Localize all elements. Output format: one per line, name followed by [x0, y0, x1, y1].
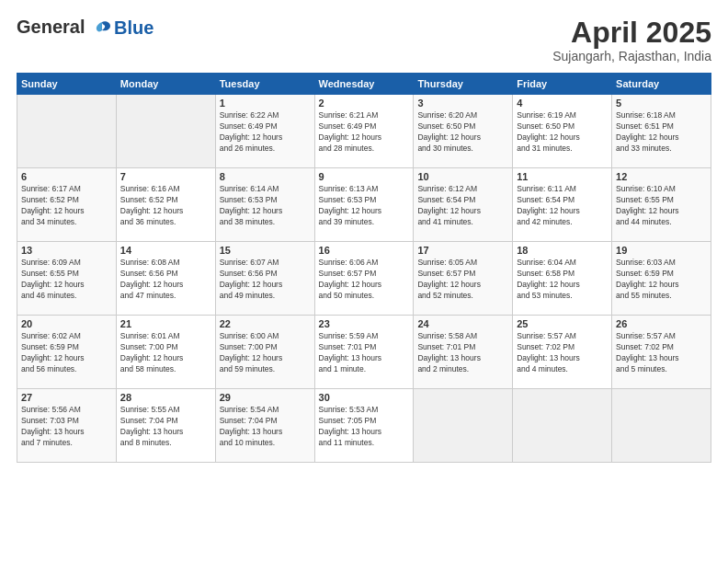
day-info: Sunrise: 6:11 AM Sunset: 6:54 PM Dayligh…	[517, 184, 608, 228]
calendar-cell	[17, 95, 117, 168]
day-number: 7	[120, 171, 211, 182]
day-number: 1	[220, 98, 311, 109]
day-info: Sunrise: 6:02 AM Sunset: 6:59 PM Dayligh…	[21, 331, 112, 375]
day-number: 4	[517, 98, 608, 109]
calendar-cell: 13Sunrise: 6:09 AM Sunset: 6:55 PM Dayli…	[17, 242, 117, 316]
calendar-cell: 2Sunrise: 6:21 AM Sunset: 6:49 PM Daylig…	[314, 95, 414, 168]
calendar-cell	[513, 389, 612, 463]
calendar-cell: 28Sunrise: 5:55 AM Sunset: 7:04 PM Dayli…	[116, 389, 215, 463]
calendar-cell: 12Sunrise: 6:10 AM Sunset: 6:55 PM Dayli…	[612, 168, 711, 242]
day-info: Sunrise: 5:58 AM Sunset: 7:01 PM Dayligh…	[417, 331, 508, 375]
day-info: Sunrise: 5:57 AM Sunset: 7:02 PM Dayligh…	[616, 331, 707, 375]
header-thursday: Thursday	[414, 74, 513, 95]
day-number: 24	[417, 318, 508, 329]
day-number: 26	[616, 318, 707, 329]
day-info: Sunrise: 6:17 AM Sunset: 6:52 PM Dayligh…	[21, 184, 112, 228]
day-info: Sunrise: 5:55 AM Sunset: 7:04 PM Dayligh…	[120, 405, 211, 449]
header-monday: Monday	[116, 74, 215, 95]
day-number: 3	[417, 98, 508, 109]
logo-bird-icon	[92, 18, 112, 39]
calendar-cell: 6Sunrise: 6:17 AM Sunset: 6:52 PM Daylig…	[17, 168, 117, 242]
calendar-table: Sunday Monday Tuesday Wednesday Thursday…	[17, 73, 711, 463]
title-block: April 2025 Sujangarh, Rajasthan, India	[552, 17, 711, 63]
week-row-3: 13Sunrise: 6:09 AM Sunset: 6:55 PM Dayli…	[17, 242, 711, 316]
day-info: Sunrise: 6:08 AM Sunset: 6:56 PM Dayligh…	[120, 258, 211, 302]
day-number: 14	[120, 245, 211, 256]
day-info: Sunrise: 6:14 AM Sunset: 6:53 PM Dayligh…	[220, 184, 311, 228]
calendar-cell	[116, 95, 215, 168]
calendar-cell: 25Sunrise: 5:57 AM Sunset: 7:02 PM Dayli…	[513, 316, 612, 389]
day-number: 9	[319, 171, 410, 182]
calendar-location: Sujangarh, Rajasthan, India	[552, 49, 711, 63]
calendar-cell: 27Sunrise: 5:56 AM Sunset: 7:03 PM Dayli…	[17, 389, 117, 463]
calendar-cell: 17Sunrise: 6:05 AM Sunset: 6:57 PM Dayli…	[414, 242, 513, 316]
calendar-cell: 20Sunrise: 6:02 AM Sunset: 6:59 PM Dayli…	[17, 316, 117, 389]
day-number: 5	[616, 98, 707, 109]
calendar-cell: 19Sunrise: 6:03 AM Sunset: 6:59 PM Dayli…	[612, 242, 711, 316]
calendar-cell: 26Sunrise: 5:57 AM Sunset: 7:02 PM Dayli…	[612, 316, 711, 389]
calendar-cell: 15Sunrise: 6:07 AM Sunset: 6:56 PM Dayli…	[215, 242, 314, 316]
day-number: 10	[417, 171, 508, 182]
logo-text-general: General	[17, 17, 85, 37]
day-number: 11	[517, 171, 608, 182]
day-info: Sunrise: 6:10 AM Sunset: 6:55 PM Dayligh…	[616, 184, 707, 228]
header-friday: Friday	[513, 74, 612, 95]
day-info: Sunrise: 6:06 AM Sunset: 6:57 PM Dayligh…	[319, 258, 410, 302]
calendar-cell: 11Sunrise: 6:11 AM Sunset: 6:54 PM Dayli…	[513, 168, 612, 242]
calendar-cell: 23Sunrise: 5:59 AM Sunset: 7:01 PM Dayli…	[314, 316, 414, 389]
day-number: 18	[517, 245, 608, 256]
day-number: 17	[417, 245, 508, 256]
calendar-cell: 9Sunrise: 6:13 AM Sunset: 6:53 PM Daylig…	[314, 168, 414, 242]
calendar-cell: 16Sunrise: 6:06 AM Sunset: 6:57 PM Dayli…	[314, 242, 414, 316]
day-info: Sunrise: 6:05 AM Sunset: 6:57 PM Dayligh…	[417, 258, 508, 302]
day-info: Sunrise: 6:07 AM Sunset: 6:56 PM Dayligh…	[220, 258, 311, 302]
day-number: 20	[21, 318, 112, 329]
calendar-cell: 5Sunrise: 6:18 AM Sunset: 6:51 PM Daylig…	[612, 95, 711, 168]
day-number: 27	[21, 392, 112, 403]
day-number: 29	[220, 392, 311, 403]
day-info: Sunrise: 6:20 AM Sunset: 6:50 PM Dayligh…	[417, 110, 508, 155]
day-number: 2	[319, 98, 410, 109]
day-info: Sunrise: 6:12 AM Sunset: 6:54 PM Dayligh…	[417, 184, 508, 228]
day-number: 21	[120, 318, 211, 329]
header-tuesday: Tuesday	[215, 74, 314, 95]
calendar-cell: 18Sunrise: 6:04 AM Sunset: 6:58 PM Dayli…	[513, 242, 612, 316]
calendar-cell: 7Sunrise: 6:16 AM Sunset: 6:52 PM Daylig…	[116, 168, 215, 242]
weekday-header-row: Sunday Monday Tuesday Wednesday Thursday…	[17, 74, 711, 95]
day-number: 12	[616, 171, 707, 182]
day-number: 15	[220, 245, 311, 256]
logo-text-blue: Blue	[114, 17, 154, 38]
calendar-cell: 4Sunrise: 6:19 AM Sunset: 6:50 PM Daylig…	[513, 95, 612, 168]
week-row-4: 20Sunrise: 6:02 AM Sunset: 6:59 PM Dayli…	[17, 316, 711, 389]
calendar-title: April 2025	[552, 17, 711, 49]
day-number: 19	[616, 245, 707, 256]
day-number: 16	[319, 245, 410, 256]
day-info: Sunrise: 5:59 AM Sunset: 7:01 PM Dayligh…	[319, 331, 410, 375]
day-info: Sunrise: 6:22 AM Sunset: 6:49 PM Dayligh…	[220, 110, 311, 155]
day-info: Sunrise: 5:53 AM Sunset: 7:05 PM Dayligh…	[319, 405, 410, 449]
day-info: Sunrise: 6:01 AM Sunset: 7:00 PM Dayligh…	[120, 331, 211, 375]
day-info: Sunrise: 6:18 AM Sunset: 6:51 PM Dayligh…	[616, 110, 707, 155]
day-number: 23	[319, 318, 410, 329]
calendar-cell: 22Sunrise: 6:00 AM Sunset: 7:00 PM Dayli…	[215, 316, 314, 389]
day-info: Sunrise: 5:56 AM Sunset: 7:03 PM Dayligh…	[21, 405, 112, 449]
day-number: 25	[517, 318, 608, 329]
calendar-cell: 8Sunrise: 6:14 AM Sunset: 6:53 PM Daylig…	[215, 168, 314, 242]
week-row-2: 6Sunrise: 6:17 AM Sunset: 6:52 PM Daylig…	[17, 168, 711, 242]
calendar-cell: 3Sunrise: 6:20 AM Sunset: 6:50 PM Daylig…	[414, 95, 513, 168]
calendar-cell: 1Sunrise: 6:22 AM Sunset: 6:49 PM Daylig…	[215, 95, 314, 168]
day-info: Sunrise: 6:19 AM Sunset: 6:50 PM Dayligh…	[517, 110, 608, 155]
day-info: Sunrise: 6:04 AM Sunset: 6:58 PM Dayligh…	[517, 258, 608, 302]
logo: General Blue	[17, 17, 154, 39]
week-row-1: 1Sunrise: 6:22 AM Sunset: 6:49 PM Daylig…	[17, 95, 711, 168]
page-header: General Blue April 2025 Sujangarh, Rajas…	[17, 17, 711, 63]
calendar-cell: 29Sunrise: 5:54 AM Sunset: 7:04 PM Dayli…	[215, 389, 314, 463]
calendar-cell	[414, 389, 513, 463]
calendar-cell: 30Sunrise: 5:53 AM Sunset: 7:05 PM Dayli…	[314, 389, 414, 463]
week-row-5: 27Sunrise: 5:56 AM Sunset: 7:03 PM Dayli…	[17, 389, 711, 463]
calendar-cell: 10Sunrise: 6:12 AM Sunset: 6:54 PM Dayli…	[414, 168, 513, 242]
header-wednesday: Wednesday	[314, 74, 414, 95]
day-info: Sunrise: 6:16 AM Sunset: 6:52 PM Dayligh…	[120, 184, 211, 228]
day-number: 8	[220, 171, 311, 182]
day-number: 30	[319, 392, 410, 403]
